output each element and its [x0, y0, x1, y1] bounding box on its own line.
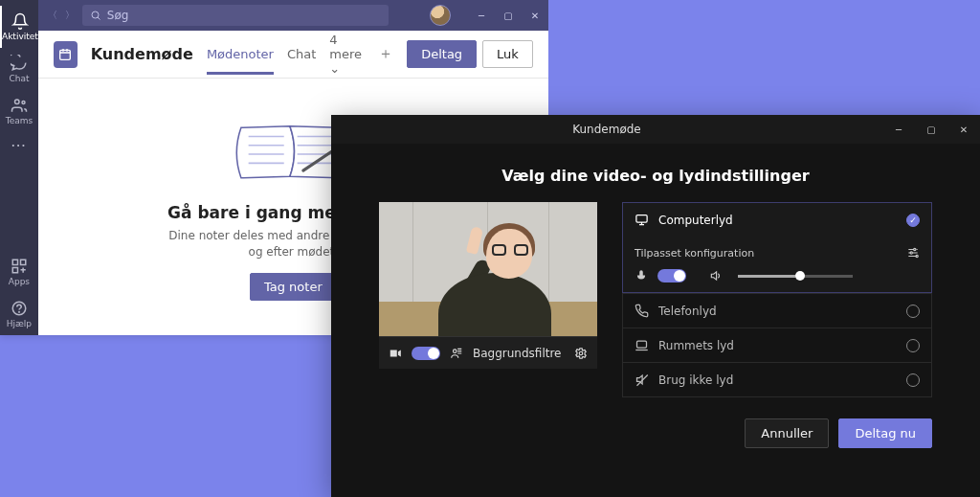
sidebar-more-icon[interactable]: ⋯ — [11, 132, 28, 158]
video-icon — [389, 347, 402, 360]
audio-options: Computerlyd Tilpasset konfiguration Tele… — [622, 202, 932, 397]
sidebar-item-help[interactable]: Hjælp — [0, 293, 38, 335]
sidebar-label: Apps — [9, 277, 30, 286]
phone-icon — [635, 304, 649, 318]
svg-point-12 — [454, 349, 457, 352]
meeting-header: Kundemøde Mødenoter Chat 4 mere ⌄ ＋ Delt… — [38, 31, 548, 79]
room-icon — [635, 338, 649, 352]
apps-icon — [11, 258, 28, 275]
sidebar-item-chat[interactable]: Chat — [0, 48, 38, 90]
tab-chat[interactable]: Chat — [287, 34, 316, 75]
computer-audio-icon — [635, 213, 649, 227]
svg-point-16 — [910, 252, 912, 254]
audio-option-room[interactable]: Rummets lyd — [622, 328, 932, 362]
svg-rect-2 — [12, 260, 17, 264]
audio-option-label: Computerlyd — [658, 214, 733, 227]
camera-preview — [379, 202, 597, 336]
svg-point-15 — [914, 248, 916, 250]
join-now-button[interactable]: Deltag nu — [838, 418, 932, 448]
search-icon — [90, 10, 101, 21]
audio-option-label: Brug ikke lyd — [658, 373, 733, 387]
meeting-icon — [54, 41, 78, 68]
radio-icon — [906, 339, 920, 352]
svg-point-6 — [19, 311, 20, 312]
teams-icon — [11, 97, 28, 114]
svg-point-7 — [92, 11, 99, 18]
join-window-title: Kundemøde — [331, 123, 882, 136]
svg-rect-14 — [636, 215, 647, 223]
mic-icon — [635, 269, 648, 282]
audio-option-none[interactable]: Brug ikke lyd — [622, 362, 932, 397]
svg-rect-18 — [637, 341, 647, 348]
window-minimize-icon[interactable]: ─ — [468, 4, 495, 27]
video-toggle[interactable] — [412, 347, 440, 360]
meeting-title: Kundemøde — [91, 45, 193, 63]
sidebar-label: Aktivitet — [2, 32, 38, 41]
sidebar-item-activity[interactable]: Aktivitet — [0, 6, 38, 48]
audio-option-computer[interactable]: Computerlyd — [622, 202, 932, 237]
svg-point-17 — [916, 255, 918, 257]
window-minimize-icon[interactable]: ─ — [882, 116, 915, 143]
sidebar-label: Chat — [9, 74, 29, 83]
join-titlebar: Kundemøde ─ ▢ ✕ — [331, 115, 980, 144]
search-placeholder: Søg — [107, 9, 129, 22]
window-maximize-icon[interactable]: ▢ — [495, 4, 522, 27]
svg-rect-8 — [60, 50, 71, 59]
audio-option-label: Telefonlyd — [658, 305, 717, 318]
gear-icon[interactable] — [574, 347, 588, 360]
add-tab-icon[interactable]: ＋ — [378, 44, 393, 64]
tab-more-label: 4 mere — [329, 33, 362, 61]
audio-option-label: Rummets lyd — [658, 339, 734, 352]
svg-point-1 — [22, 102, 25, 104]
join-footer: Annuller Deltag nu — [331, 397, 980, 448]
radio-checked-icon — [906, 214, 920, 227]
preview-controls: Baggrundsfiltre — [379, 336, 597, 369]
chevron-down-icon: ⌄ — [329, 61, 340, 76]
audio-option-phone[interactable]: Telefonlyd — [622, 293, 932, 328]
sidebar-label: Hjælp — [7, 319, 32, 328]
svg-rect-4 — [12, 268, 17, 273]
radio-icon — [906, 373, 920, 387]
user-avatar[interactable] — [430, 5, 451, 26]
window-close-icon[interactable]: ✕ — [522, 4, 548, 27]
help-icon — [11, 300, 28, 317]
cancel-button[interactable]: Annuller — [745, 418, 829, 448]
volume-slider[interactable] — [738, 275, 853, 278]
sliders-icon[interactable] — [906, 246, 920, 260]
bg-filters-label[interactable]: Baggrundsfiltre — [473, 347, 561, 360]
nav-back-icon[interactable]: 〈 — [44, 9, 61, 22]
nav-forward-icon[interactable]: 〉 — [61, 9, 78, 22]
svg-point-0 — [14, 100, 19, 104]
sidebar-item-teams[interactable]: Teams — [0, 90, 38, 132]
sidebar-item-apps[interactable]: Apps — [0, 251, 38, 293]
sidebar-label: Teams — [6, 116, 33, 125]
join-button[interactable]: Deltag — [407, 40, 477, 68]
window-close-icon[interactable]: ✕ — [947, 116, 980, 143]
background-filter-icon — [450, 347, 463, 360]
join-heading: Vælg dine video- og lydindstillinger — [331, 144, 980, 202]
app-sidebar: Aktivitet Chat Teams ⋯ Apps Hjælp — [0, 0, 38, 335]
no-audio-icon — [635, 373, 649, 387]
video-preview-panel: Baggrundsfiltre — [379, 202, 597, 397]
audio-config-panel: Tilpasset konfiguration — [622, 237, 932, 293]
chat-icon — [11, 55, 28, 72]
close-button[interactable]: Luk — [482, 40, 533, 68]
speaker-icon — [709, 269, 723, 282]
tab-meeting-notes[interactable]: Mødenoter — [207, 34, 274, 75]
svg-point-13 — [579, 351, 583, 355]
mic-toggle[interactable] — [657, 269, 686, 282]
svg-rect-3 — [20, 260, 25, 264]
join-meeting-window: Kundemøde ─ ▢ ✕ Vælg dine video- og lydi… — [331, 115, 980, 497]
config-label: Tilpasset konfiguration — [635, 247, 754, 260]
take-notes-button[interactable]: Tag noter — [250, 273, 337, 301]
window-maximize-icon[interactable]: ▢ — [915, 116, 947, 143]
bell-icon — [11, 12, 29, 30]
radio-icon — [906, 305, 920, 318]
